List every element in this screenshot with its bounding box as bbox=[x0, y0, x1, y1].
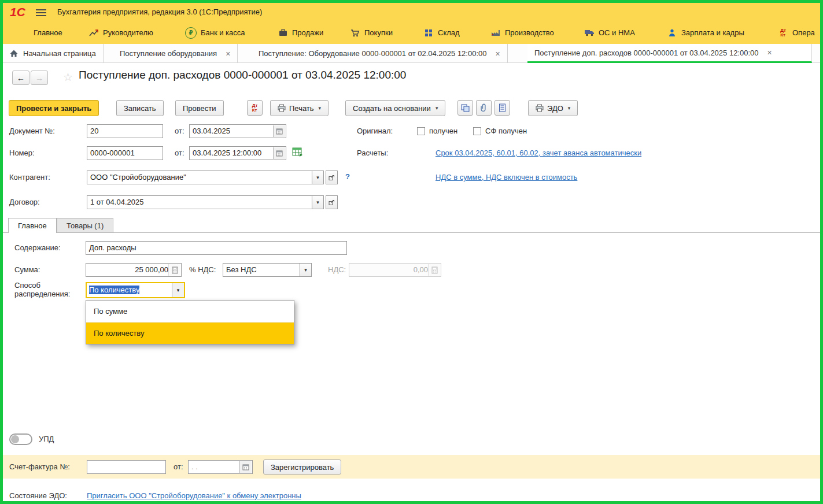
contract-input[interactable]: 1 от 04.04.2025 bbox=[87, 195, 312, 209]
doc-no-label: Документ №: bbox=[9, 124, 55, 138]
from-label: от: bbox=[174, 460, 183, 474]
briefcase-icon bbox=[278, 28, 288, 38]
counterparty-dropdown-button[interactable]: ▾ bbox=[312, 171, 324, 184]
section-menu-bar: Главное Руководителю ₽ Банк и касса Прод… bbox=[3, 21, 820, 44]
menu-item-bank-i-kassa[interactable]: ₽ Банк и касса bbox=[185, 21, 245, 44]
sf-received-label: СФ получен bbox=[485, 124, 527, 138]
post-button[interactable]: Провести bbox=[175, 100, 224, 116]
received-label: получен bbox=[429, 124, 457, 138]
contract-dropdown-button[interactable]: ▾ bbox=[312, 195, 324, 209]
copy-table-icon bbox=[461, 104, 470, 112]
doc-date-input[interactable]: 03.04.2025 bbox=[189, 124, 286, 138]
tab-postuplenie-oborudovanie-doc[interactable]: Поступление: Оборудование 0000-000001 от… bbox=[252, 44, 508, 63]
doc-no-input[interactable]: 20 bbox=[87, 124, 163, 138]
tab-label: Поступление доп. расходов 0000-000001 от… bbox=[534, 49, 759, 57]
sum-input[interactable]: 25 000,00 bbox=[86, 263, 182, 277]
truck-icon bbox=[584, 28, 595, 38]
tab-home[interactable]: Начальная страница bbox=[3, 44, 104, 63]
from-label: от: bbox=[175, 124, 184, 138]
favorite-star-icon[interactable]: ☆ bbox=[63, 71, 73, 84]
printer-icon bbox=[278, 104, 286, 112]
button-label: Провести bbox=[183, 104, 216, 113]
invoice-date-input[interactable]: . . bbox=[188, 460, 253, 474]
forward-button[interactable]: → bbox=[31, 71, 48, 85]
distribution-combo[interactable]: По количеству ▾ bbox=[86, 282, 185, 298]
copy-to-table-button[interactable] bbox=[457, 100, 473, 116]
tab-panel-divider bbox=[3, 232, 820, 233]
edo-invite-link[interactable]: Пригласить ООО "Стройоборудование" к обм… bbox=[87, 490, 301, 501]
option-po-summe[interactable]: По сумме bbox=[86, 301, 294, 323]
button-label: Записать bbox=[124, 104, 156, 113]
menu-item-prodazhi[interactable]: Продажи bbox=[278, 21, 323, 44]
menu-item-glavnoe[interactable]: Главное bbox=[34, 21, 62, 44]
menu-item-operacii[interactable]: ДтКт Опера bbox=[778, 21, 815, 44]
upd-toggle[interactable] bbox=[9, 433, 32, 445]
post-and-close-button[interactable]: Провести и закрыть bbox=[9, 100, 99, 116]
number-label: Номер: bbox=[9, 146, 35, 160]
vat-mode-link[interactable]: НДС в сумме, НДС включен в стоимость bbox=[436, 172, 577, 183]
menu-item-os-i-nma[interactable]: ОС и НМА bbox=[584, 21, 635, 44]
back-button[interactable]: ← bbox=[12, 71, 29, 85]
upd-label: УПД bbox=[39, 432, 54, 446]
calculator-icon[interactable] bbox=[168, 264, 180, 276]
received-checkbox[interactable] bbox=[417, 127, 425, 135]
vat-sum-input[interactable]: 0,00 bbox=[349, 263, 441, 277]
create-on-basis-button[interactable]: Создать на основании ▾ bbox=[345, 100, 445, 116]
write-button[interactable]: Записать bbox=[116, 100, 164, 116]
tab-postuplenie-oborudovaniya[interactable]: Поступление оборудования × bbox=[113, 44, 238, 63]
cart-icon bbox=[350, 28, 360, 38]
edo-button[interactable]: ЭДО ▾ bbox=[528, 100, 578, 116]
contract-label: Договор: bbox=[9, 195, 40, 209]
close-icon[interactable]: × bbox=[226, 49, 230, 58]
document-form: ← → ☆ Поступление доп. расходов 0000-000… bbox=[3, 63, 820, 501]
counterparty-input[interactable]: ООО "Стройоборудование" bbox=[87, 171, 312, 184]
tab-glavnoe[interactable]: Главное bbox=[8, 218, 57, 233]
content-input[interactable]: Доп. расходы bbox=[86, 241, 347, 255]
close-icon[interactable]: × bbox=[767, 48, 772, 57]
invoice-label: Счет-фактура №: bbox=[9, 460, 70, 474]
numbering-table-icon[interactable] bbox=[292, 147, 303, 159]
menu-item-proizvodstvo[interactable]: Производство bbox=[490, 21, 554, 44]
invoice-no-input[interactable] bbox=[87, 460, 166, 474]
help-icon[interactable]: ? bbox=[345, 172, 350, 181]
vat-rate-dropdown-button[interactable]: ▾ bbox=[300, 263, 312, 277]
option-po-kolichestvu[interactable]: По количеству bbox=[86, 323, 294, 344]
grid-icon bbox=[423, 28, 434, 38]
main-menu-icon[interactable] bbox=[36, 9, 46, 10]
dtkt-icon: ДтКт bbox=[252, 103, 258, 113]
register-invoice-button[interactable]: Зарегистрировать bbox=[263, 459, 341, 475]
settlements-link[interactable]: Срок 03.04.2025, 60.01, 60.02, зачет ава… bbox=[436, 147, 641, 159]
close-icon[interactable]: × bbox=[495, 49, 500, 58]
attachments-button[interactable] bbox=[476, 100, 492, 116]
sum-value: 25 000,00 bbox=[135, 265, 168, 274]
contract-open-button[interactable] bbox=[326, 195, 338, 209]
button-label: Провести и закрыть bbox=[16, 104, 91, 113]
report-structure-button[interactable] bbox=[494, 100, 510, 116]
menu-item-pokupki[interactable]: Покупки bbox=[350, 21, 393, 44]
sf-received-checkbox[interactable] bbox=[473, 127, 481, 135]
menu-item-zarplata-i-kadry[interactable]: Зарплата и кадры bbox=[667, 21, 744, 44]
print-button[interactable]: Печать ▾ bbox=[270, 100, 329, 116]
menu-item-sklad[interactable]: Склад bbox=[423, 21, 460, 44]
menu-label: Покупки bbox=[364, 28, 393, 37]
menu-label: Склад bbox=[438, 28, 460, 37]
button-label: Создать на основании bbox=[353, 104, 431, 113]
dtkt-button[interactable]: ДтКт bbox=[247, 100, 263, 116]
calendar-icon[interactable] bbox=[239, 461, 252, 473]
tab-label: Поступление оборудования bbox=[120, 49, 217, 58]
counterparty-open-button[interactable] bbox=[326, 171, 338, 184]
tab-postuplenie-dop-rashodov[interactable]: Поступление доп. расходов 0000-000001 от… bbox=[527, 44, 812, 63]
vat-sum-label: НДС: bbox=[328, 263, 346, 277]
menu-item-rukovoditelyu[interactable]: Руководителю bbox=[88, 21, 153, 44]
calendar-icon[interactable] bbox=[273, 147, 285, 159]
vat-rate-input[interactable]: Без НДС bbox=[223, 263, 300, 277]
tab-tovary[interactable]: Товары (1) bbox=[57, 218, 113, 233]
button-label: Печать bbox=[289, 104, 314, 113]
distribution-dropdown-button[interactable]: ▾ bbox=[172, 283, 184, 297]
calendar-icon[interactable] bbox=[273, 125, 285, 137]
number-date-input[interactable]: 03.04.2025 12:00:00 bbox=[189, 146, 286, 160]
number-input[interactable]: 0000-000001 bbox=[87, 146, 163, 160]
button-label: ЭДО bbox=[547, 104, 563, 113]
app-window: 1С Бухгалтерия предприятия, редакция 3.0… bbox=[0, 0, 823, 504]
original-label: Оригинал: bbox=[357, 124, 393, 138]
